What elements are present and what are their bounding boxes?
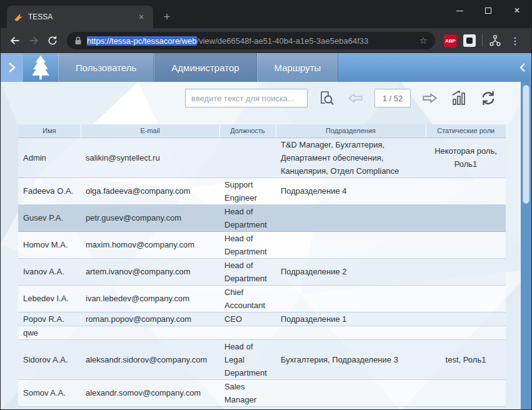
app-tab-3[interactable]: Маршруты [257,53,339,82]
cell-position: Chief Accountant [219,285,276,312]
refresh-view-button[interactable] [478,88,499,108]
table-row[interactable]: Somov A.A.alexandr.somov@company.comSale… [18,379,506,406]
cell-name: Gusev P.A. [18,204,81,231]
tab-title: TESSA [28,12,136,21]
cell-roles [426,178,506,204]
column-header-1[interactable]: E-mail [81,124,219,138]
cell-name: Ivanov A.A. [18,258,81,285]
cell-departments [276,326,426,339]
scrollbar-thumb[interactable] [523,85,529,204]
maximize-button[interactable] [474,1,503,21]
column-header-4[interactable]: Статические роли [426,124,506,138]
lock-icon [74,36,82,45]
cell-departments: Подразделение 2 [276,258,426,285]
view-toolbar: 1 / 52 [1,88,531,108]
cell-position: Head of Department [219,258,276,285]
cell-position: Head of Department [219,204,276,231]
cell-name: Admin [18,138,81,178]
cell-name: qwe [18,326,81,339]
cell-position: Support Engineer [219,178,276,204]
table-row[interactable]: Popov R.A.roman.popov@company.comCEOПодр… [18,312,506,326]
page-indicator[interactable]: 1 / 52 [374,89,411,108]
refresh-arrows-icon [479,89,497,107]
vertical-scrollbar[interactable] [521,82,531,409]
main-content: 1 / 52 [1,82,531,409]
expand-panel-button[interactable] [1,53,23,82]
chart-button[interactable] [448,88,469,108]
titlebar: TESSA × + × [1,1,531,28]
adblock-extension-button[interactable]: ABP [444,34,457,48]
cell-position: Head of Department [219,231,276,258]
table-row[interactable]: Homov M.A.maxim.homov@company.comHead of… [18,231,506,258]
cell-email [81,326,219,339]
cell-departments: Подразделение 4 [276,178,426,204]
cell-position: Head of Legal Department [219,339,276,379]
back-icon [9,34,21,47]
cell-roles [426,379,506,406]
cell-roles: test, Роль1 [426,339,506,379]
browser-tab[interactable]: TESSA × [7,6,153,28]
window-controls: × [445,1,531,21]
fir-tree-icon [31,54,51,81]
arrow-right-icon [420,90,439,106]
app-tabs: ПользовательАдминистраторМаршруты [58,53,338,82]
cell-email: petr.gusev@company.com [81,204,219,231]
refresh-button[interactable] [43,31,62,50]
cell-email: olga.fadeeva@company.com [81,178,219,204]
cell-position [219,326,276,339]
cell-name: Somov A.A. [18,379,81,406]
prev-page-button[interactable] [345,88,366,108]
app-toolbar: ПользовательАдминистраторМаршруты [1,53,531,82]
browser-window: TESSA × + × https://tessa-pc/tessacore/w… [0,0,532,410]
next-page-button[interactable] [419,88,440,108]
table-row[interactable]: Lebedev I.A.ivan.lebedev@company.comChie… [18,285,506,312]
new-tab-button[interactable]: + [158,8,176,26]
extension-button[interactable] [463,34,476,47]
arrow-left-icon [346,90,365,106]
url-selected-text: https://tessa-pc/tessacore/web [87,36,197,46]
app-tab-2[interactable]: Администратор [154,53,256,82]
table-row[interactable]: Sidorov A.A.aleksandr.sidorov@company.co… [18,339,506,379]
search-input[interactable] [185,89,308,108]
table-row[interactable]: Ivanov A.A.artem.ivanov@company.comHead … [18,258,506,285]
bookmark-star-icon[interactable]: ☆ [419,35,428,46]
cell-roles [426,258,506,285]
back-button[interactable] [6,31,24,50]
table-row[interactable]: qwe [18,326,506,339]
extensions-cluster: ABP ⋮ [440,34,526,48]
extension-icon [466,38,473,44]
search-view-button[interactable] [316,88,337,108]
browser-menu-button[interactable]: ⋮ [508,35,523,47]
column-header-2[interactable]: Должность [219,124,276,138]
cell-departments [276,379,426,406]
cell-departments: Бухгалтерия, Подразделение 3 [276,339,426,379]
cell-departments [276,285,426,312]
table-row[interactable]: Fadeeva O.A.olga.fadeeva@company.comSupp… [18,178,506,204]
cell-departments [276,231,426,258]
chevron-right-icon [8,61,16,74]
minimize-button[interactable] [445,1,474,21]
app-tab-1[interactable]: Пользователь [58,53,154,82]
close-button[interactable]: × [503,1,531,21]
forward-button[interactable] [24,31,43,50]
cell-email: maxim.homov@company.com [81,231,219,258]
chevron-left-icon [519,62,526,72]
bar-chart-icon [450,89,468,107]
cell-position [219,138,276,178]
cell-departments [276,204,426,231]
column-header-0[interactable]: Имя [18,124,81,138]
table-row[interactable]: Adminsalikin@syntellect.ruT&D Manager, Б… [18,138,506,178]
table-row[interactable]: Gusev P.A.petr.gusev@company.comHead of … [18,204,506,231]
column-header-3[interactable]: Подразделения [276,124,426,138]
table-header-row: ИмяE-mailДолжностьПодразделенияСтатическ… [18,124,506,138]
sitemap-extension-icon[interactable] [489,34,501,47]
cell-departments: Подразделение 1 [276,312,426,326]
maximize-icon [485,8,491,14]
url-rest-text: /view/de66548f-ae51-40b4-a1e5-3ae5eba64f… [197,36,369,46]
tab-close-icon[interactable]: × [136,11,147,22]
refresh-icon [47,35,58,46]
collapse-panel-button[interactable] [514,53,531,82]
tessa-logo[interactable] [23,53,58,82]
address-bar[interactable]: https://tessa-pc/tessacore/web/view/de66… [67,32,435,49]
users-table: ИмяE-mailДолжностьПодразделенияСтатическ… [18,124,531,407]
